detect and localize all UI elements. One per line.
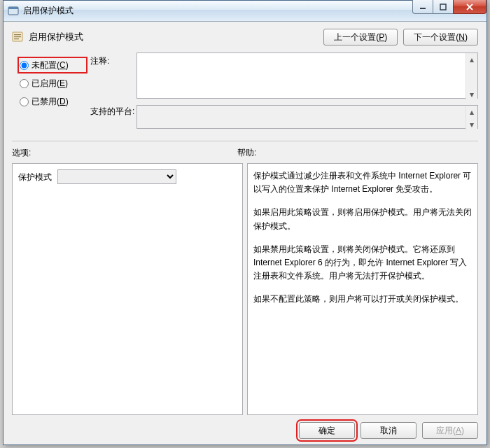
cancel-button[interactable]: 取消 xyxy=(360,422,416,439)
svg-rect-3 xyxy=(440,4,446,10)
comment-textarea[interactable] xyxy=(136,52,478,99)
comment-scrollbar[interactable]: ▴ ▾ xyxy=(465,53,477,100)
next-setting-button[interactable]: 下一个设置(N) xyxy=(403,29,478,46)
scroll-down-icon[interactable]: ▾ xyxy=(466,118,477,130)
scroll-down-icon[interactable]: ▾ xyxy=(466,88,477,100)
svg-rect-2 xyxy=(420,8,426,9)
svg-rect-7 xyxy=(14,38,19,39)
options-panel: 保护模式 xyxy=(12,163,243,415)
help-p3: 如果禁用此策略设置，则将关闭保护模式。它将还原到 Internet Explor… xyxy=(253,243,472,284)
close-button[interactable] xyxy=(453,0,486,14)
ok-button[interactable]: 确定 xyxy=(299,422,355,439)
policy-icon xyxy=(12,31,24,43)
minimize-button[interactable] xyxy=(412,0,433,14)
help-p1: 保护模式通过减少注册表和文件系统中 Internet Explorer 可以写入… xyxy=(253,169,472,196)
window-controls xyxy=(413,0,486,14)
radio-group: 未配置(C) 已启用(E) 已禁用(D) xyxy=(12,52,88,131)
radio-not-configured[interactable]: 未配置(C) xyxy=(18,57,88,74)
help-p2: 如果启用此策略设置，则将启用保护模式。用户将无法关闭保护模式。 xyxy=(253,206,472,232)
window-title: 启用保护模式 xyxy=(23,5,74,17)
protect-mode-label: 保护模式 xyxy=(18,169,52,183)
help-label: 帮助: xyxy=(237,147,256,159)
comment-label: 注释: xyxy=(88,55,136,106)
help-panel: 保护模式通过减少注册表和文件系统中 Internet Explorer 可以写入… xyxy=(247,163,478,415)
platform-textarea xyxy=(136,105,478,129)
radio-not-configured-input[interactable] xyxy=(20,61,29,70)
options-label: 选项: xyxy=(12,147,237,159)
header-row: 启用保护模式 上一个设置(P) 下一个设置(N) xyxy=(12,29,478,46)
svg-rect-6 xyxy=(14,36,21,37)
platform-label: 支持的平台: xyxy=(88,106,136,118)
apply-button[interactable]: 应用(A) xyxy=(422,422,478,439)
maximize-button[interactable] xyxy=(433,0,454,14)
config-row: 未配置(C) 已启用(E) 已禁用(D) 注释: 支持的平台: xyxy=(12,52,478,131)
titlebar: 启用保护模式 xyxy=(4,1,486,22)
svg-rect-1 xyxy=(8,7,18,9)
separator xyxy=(12,141,478,141)
scroll-up-icon[interactable]: ▴ xyxy=(466,53,477,65)
panels: 保护模式 保护模式通过减少注册表和文件系统中 Internet Explorer… xyxy=(12,163,478,415)
prev-setting-button[interactable]: 上一个设置(P) xyxy=(323,29,398,46)
svg-rect-5 xyxy=(14,34,21,35)
scroll-up-icon[interactable]: ▴ xyxy=(466,106,477,118)
protect-mode-select[interactable] xyxy=(57,169,176,184)
radio-disabled-input[interactable] xyxy=(20,97,29,106)
help-p4: 如果不配置此策略，则用户将可以打开或关闭保护模式。 xyxy=(253,293,472,306)
content-area: 启用保护模式 上一个设置(P) 下一个设置(N) 未配置(C) 已启用(E) xyxy=(4,22,486,444)
section-labels: 选项: 帮助: xyxy=(12,147,478,159)
radio-enabled-input[interactable] xyxy=(20,79,29,88)
page-title: 启用保护模式 xyxy=(29,31,83,43)
platform-scrollbar[interactable]: ▴ ▾ xyxy=(465,106,477,130)
window-root: 启用保护模式 xyxy=(3,0,487,445)
radio-enabled[interactable]: 已启用(E) xyxy=(18,75,88,92)
app-icon xyxy=(8,6,19,17)
footer-buttons: 确定 取消 应用(A) xyxy=(12,415,478,439)
radio-disabled[interactable]: 已禁用(D) xyxy=(18,93,88,110)
